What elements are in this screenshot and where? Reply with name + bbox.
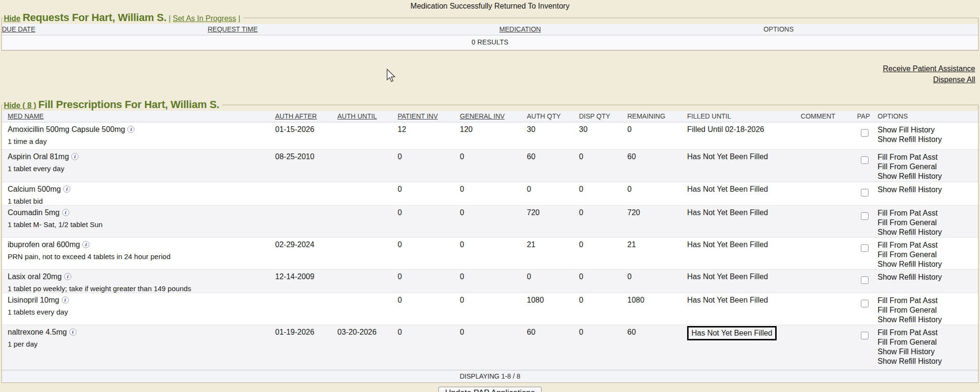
options-cell: Fill From Pat AsstFill From GeneralShow …: [878, 325, 978, 366]
option-link-fill-from-general[interactable]: Fill From General: [878, 250, 978, 260]
med-name: Aspirin Oral 81mg: [8, 152, 69, 161]
pap-cell: [851, 122, 878, 137]
option-link-fill-from-pat-asst[interactable]: Fill From Pat Asst: [878, 208, 978, 218]
auth-until-cell: [337, 238, 398, 240]
pap-checkbox[interactable]: [861, 156, 869, 164]
column-header-request-time[interactable]: REQUEST TIME: [208, 24, 413, 35]
option-link-show-refill-history[interactable]: Show Refill History: [878, 272, 978, 282]
auth-after-cell: [275, 206, 337, 208]
info-icon[interactable]: i: [69, 328, 77, 336]
pap-checkbox[interactable]: [861, 244, 869, 252]
med-sig: 1 tablets every day: [8, 308, 275, 316]
remaining-cell: 0: [627, 122, 687, 134]
options-cell: Fill From Pat AsstFill From GeneralShow …: [878, 150, 978, 181]
option-link-fill-from-pat-asst[interactable]: Fill From Pat Asst: [878, 296, 978, 305]
auth-qty-cell: 0: [527, 270, 579, 281]
option-link-show-refill-history[interactable]: Show Refill History: [878, 315, 978, 325]
option-link-show-refill-history[interactable]: Show Refill History: [878, 172, 978, 181]
pap-checkbox[interactable]: [861, 212, 869, 220]
patient-inv-cell: 0: [398, 270, 460, 281]
fill-title: Fill Prescriptions For Hart, William S.: [38, 98, 219, 110]
column-header-medication[interactable]: MEDICATION: [413, 24, 629, 35]
option-link-show-refill-history[interactable]: Show Refill History: [878, 357, 978, 366]
options-cell: Fill From Pat AsstFill From GeneralShow …: [878, 293, 978, 325]
column-header-auth-after[interactable]: AUTH AFTER: [275, 111, 337, 122]
remaining-cell: 0: [627, 182, 687, 194]
pap-checkbox[interactable]: [861, 300, 869, 307]
disp-qty-cell: 0: [579, 270, 627, 281]
column-header-patient-inv[interactable]: PATIENT INV: [398, 111, 460, 122]
med-name-cell: Amoxicillin 500mg Capsule 500mgi1 time a…: [2, 122, 275, 145]
column-header-comment: COMMENT: [787, 111, 851, 122]
info-icon[interactable]: i: [64, 273, 71, 280]
option-link-fill-from-general[interactable]: Fill From General: [878, 338, 978, 347]
option-link-fill-from-pat-asst[interactable]: Fill From Pat Asst: [878, 152, 978, 162]
filled-until-highlight-box: Has Not Yet Been Filled: [687, 326, 777, 340]
auth-until-cell: [337, 270, 398, 272]
comment-cell: [787, 150, 851, 152]
column-header-med-name[interactable]: MED NAME: [2, 111, 275, 122]
set-as-in-progress-link[interactable]: Set As In Progress: [173, 14, 236, 22]
med-name-cell: Lasix oral 20mgi1 tablet po weekly; take…: [2, 270, 275, 293]
column-header-auth-until[interactable]: AUTH UNTIL: [337, 111, 398, 122]
column-header-general-inv[interactable]: GENERAL INV: [460, 111, 527, 122]
prescription-row: Amoxicillin 500mg Capsule 500mgi1 time a…: [2, 122, 978, 150]
requests-hide-link[interactable]: Hide: [4, 14, 21, 22]
med-name-cell: Aspirin Oral 81mgi1 tablet every day: [2, 150, 275, 173]
option-link-fill-from-general[interactable]: Fill From General: [878, 305, 978, 315]
pap-checkbox[interactable]: [861, 189, 869, 196]
info-icon[interactable]: i: [62, 209, 69, 216]
option-link-fill-from-pat-asst[interactable]: Fill From Pat Asst: [878, 328, 978, 338]
option-link-show-refill-history[interactable]: Show Refill History: [878, 185, 978, 195]
option-link-show-fill-history[interactable]: Show Fill History: [878, 347, 978, 357]
option-link-show-refill-history[interactable]: Show Refill History: [878, 260, 978, 269]
option-link-show-fill-history[interactable]: Show Fill History: [878, 125, 978, 135]
remaining-cell: 0: [627, 270, 687, 281]
disp-qty-cell: 0: [579, 206, 627, 217]
requests-table-header: DUE DATEREQUEST TIMEMEDICATIONOPTIONS: [2, 24, 978, 35]
remaining-cell: 720: [627, 206, 687, 217]
options-cell: Fill From Pat AsstFill From GeneralShow …: [878, 238, 978, 269]
fill-hide-link[interactable]: Hide ( 8 ): [4, 101, 36, 109]
med-name-cell: Calcium 500mgi1 tablet bid: [2, 182, 275, 205]
option-link-show-refill-history[interactable]: Show Refill History: [878, 135, 978, 144]
disp-qty-cell: 30: [579, 122, 627, 134]
info-icon[interactable]: i: [127, 126, 134, 133]
dispense-all-link[interactable]: Dispense All: [0, 74, 975, 85]
pap-checkbox[interactable]: [861, 332, 869, 339]
general-inv-cell: 0: [460, 238, 527, 249]
med-name-cell: Coumadin 5mgi1 tablet M- Sat, 1/2 tablet…: [2, 206, 275, 229]
column-header-due-date[interactable]: DUE DATE: [2, 24, 208, 35]
info-icon[interactable]: i: [62, 296, 69, 304]
prescription-row: naltrexone 4.5mgi1 per day01-19-202603-2…: [2, 325, 978, 370]
comment-cell: [787, 325, 851, 328]
info-icon[interactable]: i: [82, 241, 89, 248]
med-name: Lisinopril 10mg: [8, 296, 59, 304]
prescription-row: Calcium 500mgi1 tablet bid00000Has Not Y…: [2, 182, 978, 206]
info-icon[interactable]: i: [63, 185, 70, 193]
filled-until-cell: Has Not Yet Been Filled: [687, 325, 787, 340]
column-header-filled-until: FILLED UNTIL: [687, 111, 787, 122]
pap-cell: [851, 150, 878, 164]
med-name: ibuprofen oral 600mg: [8, 240, 80, 249]
update-pap-applications-button[interactable]: Update PAP Applications: [438, 387, 541, 392]
option-link-fill-from-general[interactable]: Fill From General: [878, 162, 978, 172]
receive-patient-assistance-link[interactable]: Receive Patient Assistance: [0, 63, 975, 74]
requests-section: Hide Requests For Hart, William S. | Set…: [1, 11, 979, 51]
option-link-show-refill-history[interactable]: Show Refill History: [878, 228, 978, 237]
info-icon[interactable]: i: [71, 153, 78, 160]
pap-checkbox[interactable]: [861, 129, 869, 137]
remaining-cell: 60: [627, 150, 687, 161]
option-link-fill-from-general[interactable]: Fill From General: [878, 218, 978, 228]
auth-after-cell: 02-29-2024: [275, 238, 337, 249]
auth-qty-cell: 21: [527, 238, 579, 249]
fill-table-body: Amoxicillin 500mg Capsule 500mgi1 time a…: [2, 122, 978, 370]
auth-until-cell: [337, 182, 398, 185]
auth-qty-cell: 0: [527, 182, 579, 194]
pap-checkbox[interactable]: [861, 276, 869, 284]
disp-qty-cell: 0: [579, 238, 627, 249]
med-sig: 1 tablet bid: [8, 197, 275, 205]
option-link-fill-from-pat-asst[interactable]: Fill From Pat Asst: [878, 240, 978, 250]
general-inv-cell: 0: [460, 206, 527, 217]
prescription-row: ibuprofen oral 600mgiPRN pain, not to ex…: [2, 238, 978, 270]
